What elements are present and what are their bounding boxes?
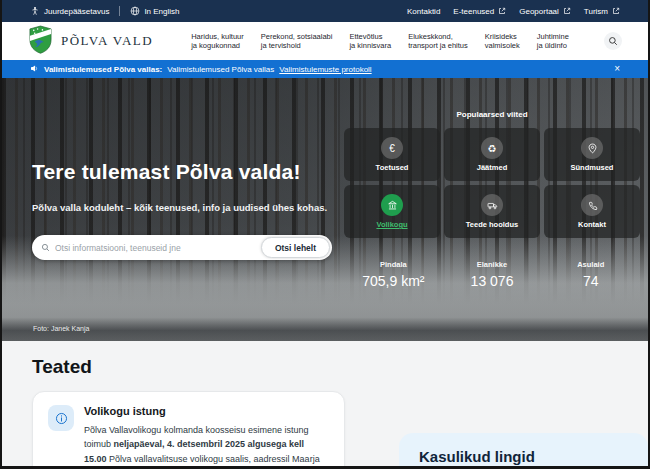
nav-item-perekond[interactable]: Perekond, sotsiaalabija tervishoid — [261, 32, 333, 51]
language-label: In English — [144, 7, 179, 16]
announcements-heading: Teated — [32, 356, 648, 378]
nav-label: valmisolek — [485, 41, 520, 51]
stat-label: Elanikke — [443, 260, 542, 269]
stat-label: Asulaid — [541, 260, 640, 269]
stat-value: 13 076 — [443, 273, 542, 289]
page: Juurdepääsetavus In English Kontaktid E-… — [0, 0, 650, 469]
nav-label: Juhtimine — [537, 32, 569, 42]
topbar-link-kontaktid[interactable]: Kontaktid — [407, 7, 440, 16]
accessibility-icon — [30, 6, 40, 16]
topbar-link-geoportaal[interactable]: Geoportaal — [519, 7, 571, 16]
top-utility-bar: Juurdepääsetavus In English Kontaktid E-… — [2, 0, 648, 22]
nav-label: Haridus, kultuur — [191, 32, 244, 42]
main-nav: Haridus, kultuurja kogukonnad Perekond, … — [191, 32, 569, 51]
topbar-link-label: Geoportaal — [519, 7, 559, 16]
hero-search-submit-button[interactable]: Otsi lehelt — [261, 237, 330, 258]
header-search-button[interactable] — [604, 32, 622, 50]
search-icon — [608, 34, 618, 49]
alert-text: Valimistulemused Põlva vallas — [167, 65, 274, 74]
external-link-icon — [612, 7, 620, 15]
info-icon — [48, 405, 74, 431]
quicklink-grid: € Toetused ♻ Jäätmed Sündmused — [344, 128, 640, 238]
accessibility-link[interactable]: Juurdepääsetavus — [30, 6, 109, 16]
stat-value: 74 — [541, 273, 640, 289]
stat-label: Pindala — [344, 260, 443, 269]
tile-volikogu[interactable]: Volikogu — [344, 185, 440, 238]
stat-value: 705,9 km² — [344, 273, 443, 289]
brand-logo[interactable]: PÕLVA VALD — [28, 25, 153, 58]
topbar-link-label: E-teenused — [453, 7, 494, 16]
nav-item-ettevotlus[interactable]: Ettevõtlusja kinnisvara — [349, 32, 391, 51]
tile-toetused[interactable]: € Toetused — [344, 128, 440, 181]
nav-label: ja tervishoid — [261, 41, 333, 51]
tile-label: Kontakt — [578, 220, 606, 229]
brand-name: PÕLVA VALD — [61, 33, 153, 49]
useful-links-panel: Kasulikud lingid — [399, 433, 648, 469]
nav-item-juhtimine[interactable]: Juhtimineja üldinfo — [537, 32, 569, 51]
nav-label: Ettevõtlus — [349, 32, 391, 42]
nav-label: Elukeskkond, — [408, 32, 468, 42]
hero-subtitle: Põlva valla koduleht – kõik teenused, in… — [32, 202, 332, 213]
municipality-stats: Pindala 705,9 km² Elanikke 13 076 Asulai… — [344, 260, 640, 289]
tile-label: Teede hooldus — [466, 220, 518, 229]
megaphone-icon — [30, 64, 39, 75]
nav-item-elukeskkond[interactable]: Elukeskkond,transport ja ehitus — [408, 32, 468, 51]
language-switch[interactable]: In English — [130, 6, 179, 16]
topbar-link-label: Kontaktid — [407, 7, 440, 16]
topbar-divider — [119, 6, 120, 16]
accessibility-label: Juurdepääsetavus — [44, 7, 109, 16]
nav-label: Perekond, sotsiaalabi — [261, 32, 333, 42]
tile-label: Jäätmed — [477, 163, 507, 172]
photo-credit: Foto: Janek Kanja — [33, 325, 89, 332]
external-link-icon — [498, 7, 506, 15]
popular-links-heading: Populaarsed viited — [344, 110, 640, 119]
stat-elanikke: Elanikke 13 076 — [443, 260, 542, 289]
announcement-card[interactable]: Volikogu istung Põlva Vallavolikogu kolm… — [32, 391, 345, 469]
hero-section: Tere tulemast Põlva valda! Põlva valla k… — [2, 78, 648, 341]
globe-icon — [130, 6, 140, 16]
alert-prefix: Valimistulemused Põlva vallas: — [44, 65, 162, 74]
tile-jaatmed[interactable]: ♻ Jäätmed — [444, 128, 540, 181]
nav-label: ja kogukonnad — [191, 41, 244, 51]
tile-kontakt[interactable]: Kontakt — [544, 185, 640, 238]
useful-links-heading: Kasulikud lingid — [419, 448, 628, 465]
search-icon — [41, 243, 50, 252]
topbar-link-turism[interactable]: Turism — [584, 7, 620, 16]
nav-item-kriisideks[interactable]: Kriisideksvalmisolek — [485, 32, 520, 51]
truck-icon — [481, 194, 503, 216]
phone-icon — [581, 194, 603, 216]
euro-icon: € — [381, 137, 403, 159]
stat-asulaid: Asulaid 74 — [541, 260, 640, 289]
announcement-body: Põlva Vallavolikogu kolmanda koosseisu e… — [84, 423, 329, 469]
body-text: Põlva vallavalitsuse volikogu saalis, aa… — [84, 454, 320, 469]
hero-search-bar: Otsi lehelt — [32, 235, 332, 260]
topbar-link-label: Turism — [584, 7, 608, 16]
tile-teede-hooldus[interactable]: Teede hooldus — [444, 185, 540, 238]
site-header: PÕLVA VALD Haridus, kultuurja kogukonnad… — [2, 22, 648, 60]
nav-label: transport ja ehitus — [408, 41, 468, 51]
topbar-link-e-teenused[interactable]: E-teenused — [453, 7, 506, 16]
popular-links-panel: Populaarsed viited € Toetused ♻ Jäätmed … — [344, 110, 640, 238]
nav-label: ja kinnisvara — [349, 41, 391, 51]
alert-banner: Valimistulemused Põlva vallas: Valimistu… — [2, 60, 648, 78]
coat-of-arms-icon — [28, 25, 53, 58]
tile-label: Toetused — [376, 163, 409, 172]
nav-label: Kriisideks — [485, 32, 520, 42]
recycle-icon: ♻ — [481, 137, 503, 159]
pin-icon — [581, 137, 603, 159]
hero-title: Tere tulemast Põlva valda! — [32, 160, 332, 184]
nav-label: ja üldinfo — [537, 41, 569, 51]
stat-pindala: Pindala 705,9 km² — [344, 260, 443, 289]
external-link-icon — [563, 7, 571, 15]
tile-sundmused[interactable]: Sündmused — [544, 128, 640, 181]
alert-protocol-link[interactable]: Valimistulemuste protokoll — [279, 65, 371, 74]
alert-close-button[interactable]: × — [614, 64, 620, 74]
tile-label: Volikogu — [376, 220, 407, 229]
hero-intro: Tere tulemast Põlva valda! Põlva valla k… — [32, 160, 332, 260]
announcement-title: Volikogu istung — [84, 405, 329, 417]
announcements-section: Teated Volikogu istung Põlva Vallavoliko… — [2, 341, 648, 469]
tile-label: Sündmused — [571, 163, 614, 172]
nav-item-haridus[interactable]: Haridus, kultuurja kogukonnad — [191, 32, 244, 51]
townhall-icon — [381, 194, 403, 216]
hero-search-input[interactable] — [55, 243, 261, 253]
